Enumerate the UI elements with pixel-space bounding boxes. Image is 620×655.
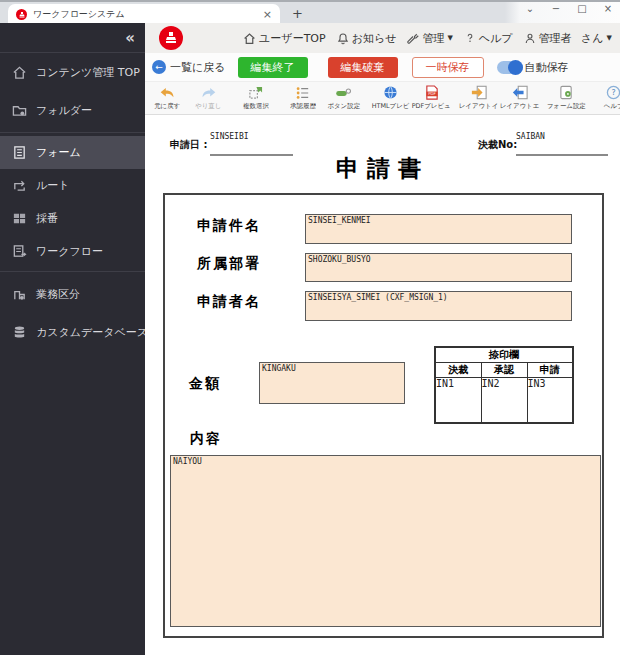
browser-tab[interactable]: ワークフローシステム × [8, 4, 280, 25]
bell-icon [337, 32, 349, 45]
approval-history-list-icon [295, 85, 310, 100]
html-preview-globe-icon [383, 85, 398, 100]
approval-no-label: 決裁No: [478, 138, 517, 152]
stamp-cell-sinsei[interactable]: IN3 [527, 378, 573, 423]
field-label: 申請者名 [197, 293, 261, 311]
route-arrows-icon [12, 178, 27, 193]
back-to-list-button[interactable]: ← 一覧に戻る [152, 60, 226, 75]
home-icon [12, 65, 27, 80]
autosave-toggle[interactable] [497, 61, 523, 74]
form-settings-button[interactable]: フォーム設定 [546, 85, 587, 111]
form-editor-canvas: 申請日 : SINSEIBI 決裁No: SAIBAN 申請書 申請件名 SIN… [145, 115, 620, 655]
new-tab-button[interactable]: + [292, 6, 303, 21]
department-field[interactable]: SHOZOKU_BUSYO [305, 253, 572, 282]
sidebar-item-route[interactable]: ルート [0, 169, 145, 202]
request-title-field[interactable]: SINSEI_KENMEI [305, 214, 572, 244]
layout-import-icon [471, 85, 487, 100]
workflow-document-icon [12, 244, 27, 259]
nav-help[interactable]: ヘルプ [464, 31, 513, 46]
multi-select-button[interactable]: 複数選択 [235, 85, 276, 111]
svg-text:PDF: PDF [428, 91, 436, 96]
sidebar-item-workflow[interactable]: ワークフロー [0, 235, 145, 268]
redo-button[interactable]: やり直し [188, 85, 229, 111]
sidebar-divider [0, 271, 145, 272]
app-logo [159, 26, 183, 50]
autosave-toggle-wrap: 自動保存 [497, 60, 569, 75]
multi-select-cursor-icon [248, 85, 263, 100]
business-gear-icon [12, 287, 27, 302]
browser-tabbar: ワークフローシステム × + ⌄ − □ × [0, 0, 620, 23]
form-sheet: 申請件名 SINSEI_KENMEI 所属部署 SHOZOKU_BUSYO 申請… [163, 193, 604, 638]
amount-field[interactable]: KINGAKU [259, 362, 405, 404]
nav-notifications[interactable]: お知らせ [337, 31, 397, 46]
undo-arrow-icon [159, 85, 176, 100]
autosave-label: 自動保存 [525, 60, 569, 75]
sidebar-item-contents-top[interactable]: コンテンツ管理 TOP [0, 53, 145, 91]
stamp-table-title: 捺印欄 [435, 347, 573, 363]
pdf-preview-icon: PDF [425, 85, 439, 100]
wrench-icon [407, 32, 419, 44]
document-title: 申請書 [145, 153, 620, 184]
help-button[interactable]: ? ヘルプ [593, 85, 620, 111]
tab-close-icon[interactable]: × [263, 8, 272, 21]
sidebar-item-business-category[interactable]: 業務区分 [0, 275, 145, 313]
nav-user-top[interactable]: ユーザーTOP [243, 31, 326, 46]
nav-account[interactable]: 管理者 さん ▼ [524, 31, 612, 46]
stamp-cell-syonin[interactable]: IN2 [481, 378, 527, 423]
tab-title: ワークフローシステム [33, 8, 257, 21]
sidebar-divider [0, 132, 145, 133]
finish-edit-button[interactable]: 編集終了 [238, 57, 308, 78]
stamp-col-header: 決裁 [435, 363, 481, 378]
form-settings-gear-icon [559, 85, 574, 100]
sidebar-header: « [0, 23, 145, 53]
stamp-cell-kessai[interactable]: IN1 [435, 378, 481, 423]
numbering-grid-icon [12, 211, 27, 226]
layout-export-button[interactable]: レイアウトエ [499, 85, 540, 111]
nav-admin-menu[interactable]: 管理 ▼ [407, 31, 452, 46]
sidebar-item-folder[interactable]: フォルダー [0, 91, 145, 129]
apply-date-label: 申請日 : [170, 138, 207, 152]
question-icon [464, 32, 476, 44]
sidebar-item-form[interactable]: フォーム [0, 136, 145, 169]
field-label: 申請件名 [197, 217, 261, 235]
back-arrow-icon: ← [152, 60, 166, 74]
home-icon [243, 32, 256, 45]
button-settings-icon [335, 85, 352, 100]
folder-gear-icon [12, 103, 27, 118]
html-preview-button[interactable]: HTMLプレビ [370, 85, 411, 111]
button-settings-button[interactable]: ボタン設定 [323, 85, 364, 111]
window-minimize-icon[interactable]: − [550, 3, 562, 14]
layout-import-button[interactable]: レイアウトイ [458, 85, 499, 111]
sidebar: « コンテンツ管理 TOP フォルダー フォーム ルート 採番 ワ [0, 23, 145, 655]
editor-icon-toolbar: 元に戻す やり直し 複数選択 承認履歴 ボタン設定 [145, 82, 620, 115]
redo-arrow-icon [200, 85, 217, 100]
pdf-preview-button[interactable]: PDF PDFプレビュ [411, 85, 452, 111]
chevron-down-icon: ▼ [607, 34, 612, 42]
undo-button[interactable]: 元に戻す [147, 85, 188, 111]
person-icon [524, 32, 536, 45]
window-maximize-icon[interactable]: □ [576, 3, 588, 14]
database-icon [12, 325, 27, 340]
form-document-icon [12, 145, 27, 160]
layout-export-icon [512, 85, 528, 100]
approval-history-button[interactable]: 承認履歴 [282, 85, 323, 111]
svg-text:?: ? [611, 88, 615, 97]
help-circle-icon: ? [606, 85, 620, 100]
window-controls: ⌄ − □ × [524, 3, 614, 14]
sidebar-collapse-icon[interactable]: « [125, 29, 133, 47]
chevron-down-icon: ▼ [447, 34, 452, 42]
temp-save-button[interactable]: 一時保存 [412, 57, 484, 78]
stamp-col-header: 承認 [481, 363, 527, 378]
sidebar-item-numbering[interactable]: 採番 [0, 202, 145, 235]
sidebar-item-custom-database[interactable]: カスタムデータベース [0, 313, 145, 351]
toggle-knob [508, 60, 523, 75]
content-label: 内容 [190, 430, 222, 448]
action-toolbar: ← 一覧に戻る 編集終了 編集破棄 一時保存 自動保存 [145, 53, 620, 82]
window-menu-icon[interactable]: ⌄ [524, 3, 536, 14]
discard-edit-button[interactable]: 編集破棄 [328, 57, 398, 78]
amount-label: 金額 [189, 375, 221, 393]
app-header: ユーザーTOP お知らせ 管理 ▼ ヘルプ 管理者 さん ▼ [145, 23, 620, 53]
applicant-name-field[interactable]: SINSEISYA_SIMEI (CXF_MSIGN_1) [305, 291, 572, 321]
content-field[interactable]: NAIYOU [170, 455, 601, 627]
window-close-icon[interactable]: × [602, 3, 614, 14]
